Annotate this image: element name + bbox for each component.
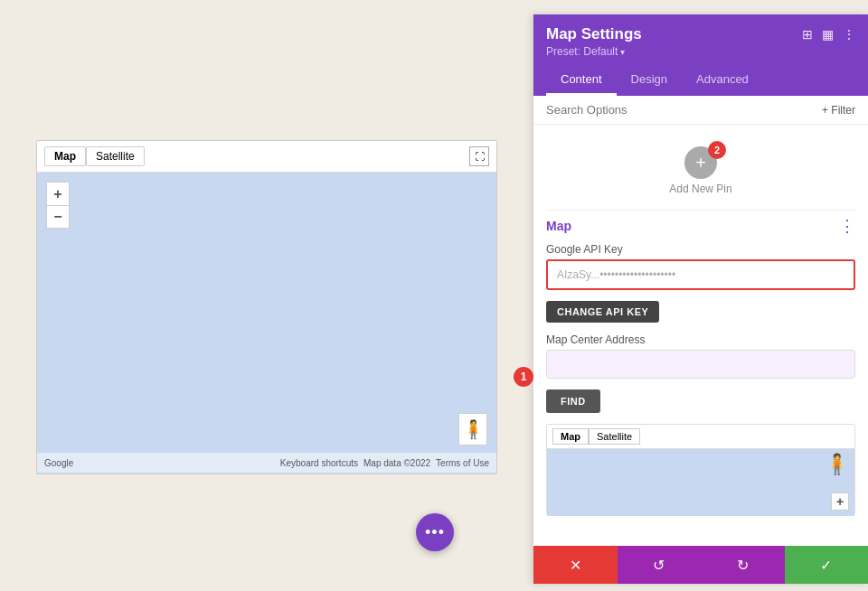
map-section: Map ⋮ Google API Key CHANGE API KEY Map … bbox=[546, 216, 855, 514]
confirm-button[interactable]: ✓ bbox=[785, 546, 869, 584]
map-data-label: Map data ©2022 bbox=[363, 458, 430, 468]
redo-button[interactable]: ↻ bbox=[701, 546, 785, 584]
redo-icon: ↻ bbox=[737, 557, 749, 574]
mini-map-zoom-plus-button[interactable]: + bbox=[831, 492, 849, 511]
mini-map-tab-satellite[interactable]: Satellite bbox=[589, 428, 640, 445]
grid-icon-button[interactable]: ▦ bbox=[822, 27, 834, 42]
add-pin-plus-icon: + bbox=[695, 153, 706, 174]
street-view-button[interactable]: 🧍 bbox=[458, 413, 487, 446]
zoom-in-button[interactable]: + bbox=[46, 182, 70, 205]
terms-of-use[interactable]: Terms of Use bbox=[436, 458, 489, 468]
mini-map-tab-map[interactable]: Map bbox=[552, 428, 589, 445]
cancel-icon: ✕ bbox=[570, 557, 581, 574]
mini-map-top-bar: Map Satellite bbox=[547, 425, 854, 449]
panel-header: Map Settings ⊞ ▦ ⋮ Preset: Default Conte… bbox=[533, 14, 868, 96]
panel-search-bar: + Filter bbox=[533, 96, 868, 125]
settings-panel: Map Settings ⊞ ▦ ⋮ Preset: Default Conte… bbox=[533, 14, 868, 584]
zoom-out-button[interactable]: − bbox=[46, 205, 70, 229]
google-api-key-group: Google API Key bbox=[546, 243, 855, 290]
find-button[interactable]: FIND bbox=[546, 389, 600, 413]
main-map: Map Satellite ⛶ + − 🧍 Google Keyboard sh… bbox=[36, 140, 497, 474]
mini-map-preview: Map Satellite 🧍 + bbox=[546, 424, 855, 514]
map-tab-group: Map Satellite bbox=[44, 146, 145, 166]
search-input[interactable] bbox=[546, 103, 822, 117]
undo-icon: ↺ bbox=[653, 557, 665, 574]
confirm-icon: ✓ bbox=[820, 557, 832, 574]
add-pin-badge: 2 bbox=[708, 141, 726, 159]
map-tab-satellite[interactable]: Satellite bbox=[86, 146, 145, 166]
keyboard-shortcuts[interactable]: Keyboard shortcuts bbox=[280, 458, 358, 468]
google-api-key-input[interactable] bbox=[546, 259, 855, 290]
map-center-address-group: Map Center Address bbox=[546, 333, 855, 379]
mini-map-body: 🧍 + bbox=[547, 449, 854, 516]
mini-map-street-view-icon[interactable]: 🧍 bbox=[825, 453, 849, 476]
filter-button[interactable]: + Filter bbox=[822, 104, 855, 117]
fab-button[interactable]: ••• bbox=[416, 513, 454, 551]
undo-button[interactable]: ↺ bbox=[618, 546, 702, 584]
map-top-bar: Map Satellite ⛶ bbox=[37, 141, 496, 173]
street-view-icon: 🧍 bbox=[462, 418, 485, 440]
panel-tabs: Content Design Advanced bbox=[546, 65, 855, 96]
map-center-address-input[interactable] bbox=[546, 350, 855, 379]
window-icon-button[interactable]: ⊞ bbox=[802, 27, 813, 42]
map-center-address-label: Map Center Address bbox=[546, 333, 855, 346]
tab-design[interactable]: Design bbox=[617, 65, 682, 96]
map-section-title: Map bbox=[546, 219, 571, 233]
map-expand-button[interactable]: ⛶ bbox=[469, 146, 489, 166]
fab-dots-icon: ••• bbox=[425, 523, 445, 542]
panel-content: + 2 Add New Pin Map ⋮ Google API Key CHA… bbox=[533, 125, 868, 546]
add-pin-area: + 2 Add New Pin bbox=[546, 134, 855, 204]
panel-preset[interactable]: Preset: Default bbox=[546, 45, 855, 58]
expand-icon: ⛶ bbox=[475, 151, 485, 162]
panel-footer: ✕ ↺ ↻ ✓ bbox=[533, 546, 868, 584]
map-tab-map[interactable]: Map bbox=[44, 146, 86, 166]
add-pin-label: Add New Pin bbox=[669, 183, 731, 195]
map-footer: Google Keyboard shortcuts Map data ©2022… bbox=[37, 453, 496, 473]
google-api-key-label: Google API Key bbox=[546, 243, 855, 256]
map-section-header: Map ⋮ bbox=[546, 216, 855, 236]
change-api-key-button[interactable]: CHANGE API KEY bbox=[546, 301, 659, 323]
cancel-button[interactable]: ✕ bbox=[533, 546, 618, 584]
tab-advanced[interactable]: Advanced bbox=[682, 65, 763, 96]
map-footer-right: Keyboard shortcuts Map data ©2022 Terms … bbox=[280, 458, 489, 468]
badge-1-marker: 1 bbox=[514, 367, 533, 387]
panel-header-icons: ⊞ ▦ ⋮ bbox=[802, 27, 855, 42]
add-pin-button[interactable]: + 2 bbox=[684, 146, 717, 179]
map-zoom-controls: + − bbox=[46, 182, 70, 229]
divider-1 bbox=[546, 210, 855, 211]
map-body: + − 🧍 Google Keyboard shortcuts Map data… bbox=[37, 173, 496, 473]
google-logo: Google bbox=[44, 458, 73, 468]
tab-content[interactable]: Content bbox=[546, 65, 617, 96]
panel-title: Map Settings bbox=[546, 25, 642, 43]
map-section-menu-icon[interactable]: ⋮ bbox=[839, 216, 855, 236]
panel-header-top: Map Settings ⊞ ▦ ⋮ bbox=[546, 25, 855, 43]
more-options-icon[interactable]: ⋮ bbox=[843, 27, 855, 42]
